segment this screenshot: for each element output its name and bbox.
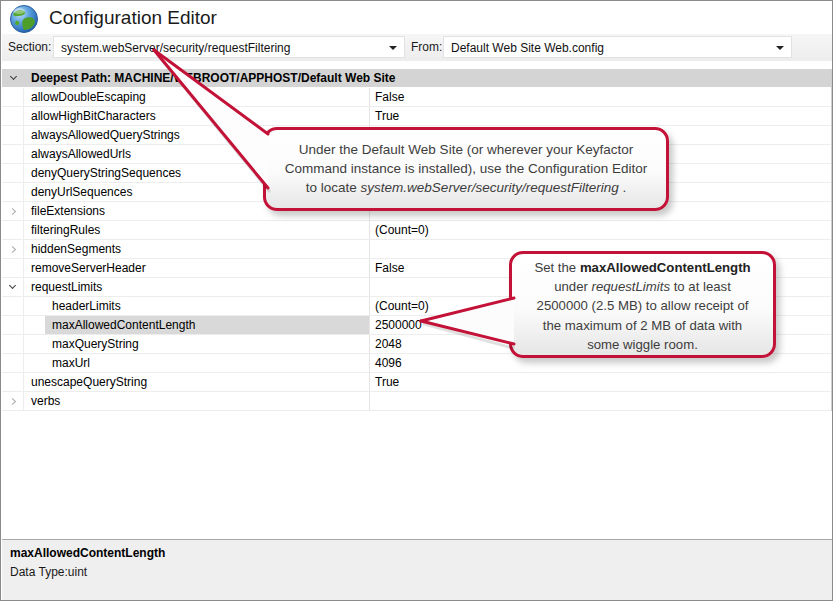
- row-gutter: [2, 183, 24, 201]
- property-name-cell[interactable]: unescapeQueryString: [24, 373, 370, 391]
- row-gutter: [2, 240, 24, 258]
- property-name-cell[interactable]: requestLimits: [24, 278, 370, 296]
- row-gutter: [2, 107, 24, 125]
- property-name-cell[interactable]: allowHighBitCharacters: [24, 107, 370, 125]
- chevron-right-icon[interactable]: [9, 397, 16, 404]
- from-value: Default Web Site Web.config: [451, 41, 604, 55]
- row-gutter: [2, 392, 24, 410]
- row-gutter: [2, 164, 24, 182]
- grid-header-gutter: [2, 77, 24, 79]
- titlebar: Configuration Editor: [1, 1, 832, 34]
- table-row[interactable]: allowHighBitCharactersTrue: [2, 107, 831, 126]
- callout1-line1: Under the Default Web Site (or wherever …: [266, 140, 666, 159]
- table-row[interactable]: unescapeQueryStringTrue: [2, 373, 831, 392]
- property-name-cell[interactable]: maxAllowedContentLength: [24, 316, 370, 334]
- row-gutter: [2, 202, 24, 220]
- property-value-cell[interactable]: True: [370, 373, 831, 391]
- callout1-line3: to locate system.webServer/security/requ…: [266, 178, 666, 197]
- property-name-cell[interactable]: allowDoubleEscaping: [24, 88, 370, 106]
- property-value-cell[interactable]: (Count=0): [370, 221, 831, 239]
- grid-header-row[interactable]: Deepest Path: MACHINE/WEBROOT/APPHOST/De…: [2, 69, 831, 88]
- annotation-callout-section: Under the Default Web Site (or wherever …: [263, 127, 669, 211]
- row-gutter: [2, 126, 24, 144]
- details-panel: maxAllowedContentLength Data Type:uint: [2, 539, 833, 601]
- table-row[interactable]: verbs: [2, 392, 831, 411]
- details-data-type: Data Type:uint: [10, 565, 87, 579]
- row-gutter: [2, 259, 24, 277]
- row-gutter: [2, 221, 24, 239]
- globe-icon: [9, 4, 39, 34]
- from-label: From:: [411, 40, 442, 54]
- chevron-down-icon[interactable]: [9, 73, 16, 80]
- property-name-cell[interactable]: filteringRules: [24, 221, 370, 239]
- property-name-cell[interactable]: hiddenSegments: [24, 240, 370, 258]
- section-dropdown[interactable]: system.webServer/security/requestFilteri…: [53, 36, 405, 58]
- property-name-cell[interactable]: maxQueryString: [24, 335, 370, 353]
- chevron-right-icon[interactable]: [9, 245, 16, 252]
- configuration-editor-window: Configuration Editor Section: system.web…: [0, 0, 833, 601]
- section-value: system.webServer/security/requestFilteri…: [61, 41, 290, 55]
- from-dropdown[interactable]: Default Web Site Web.config: [443, 36, 792, 58]
- row-gutter: [2, 316, 24, 334]
- config-grid: Deepest Path: MACHINE/WEBROOT/APPHOST/De…: [2, 69, 832, 411]
- page-title: Configuration Editor: [49, 7, 217, 29]
- callout2-line4: the maximum of 2 MB of data with: [512, 316, 773, 335]
- property-name-cell[interactable]: verbs: [24, 392, 370, 410]
- property-name-cell[interactable]: headerLimits: [24, 297, 370, 315]
- property-name-cell[interactable]: removeServerHeader: [24, 259, 370, 277]
- property-name-cell[interactable]: maxUrl: [24, 354, 370, 372]
- chevron-right-icon[interactable]: [9, 207, 16, 214]
- details-property-name: maxAllowedContentLength: [10, 546, 165, 560]
- row-gutter: [2, 145, 24, 163]
- annotation-callout-maxlength: Set the maxAllowedContentLength under re…: [509, 251, 776, 358]
- section-label: Section:: [8, 40, 51, 54]
- callout2-line3: 2500000 (2.5 MB) to allow receipt of: [512, 296, 773, 315]
- row-gutter: [2, 335, 24, 353]
- toolbar: Section: system.webServer/security/reque…: [2, 34, 833, 61]
- callout2-line1: Set the maxAllowedContentLength: [512, 258, 773, 277]
- property-value-cell[interactable]: True: [370, 107, 831, 125]
- row-gutter: [2, 354, 24, 372]
- row-gutter: [2, 278, 24, 296]
- callout1-line2: Command instance is installed), use the …: [266, 159, 666, 178]
- chevron-down-icon[interactable]: [776, 46, 784, 50]
- table-row[interactable]: allowDoubleEscapingFalse: [2, 88, 831, 107]
- chevron-down-icon[interactable]: [9, 282, 16, 289]
- table-row[interactable]: filteringRules(Count=0): [2, 221, 831, 240]
- grid-header-label: Deepest Path: MACHINE/WEBROOT/APPHOST/De…: [24, 71, 395, 85]
- row-gutter: [2, 373, 24, 391]
- chevron-down-icon[interactable]: [389, 46, 397, 50]
- row-gutter: [2, 297, 24, 315]
- property-value-cell[interactable]: False: [370, 88, 831, 106]
- property-value-cell[interactable]: [370, 392, 831, 410]
- callout2-line2: under requestLimits to at least: [512, 277, 773, 296]
- row-gutter: [2, 88, 24, 106]
- callout2-line5: some wiggle room.: [512, 335, 773, 354]
